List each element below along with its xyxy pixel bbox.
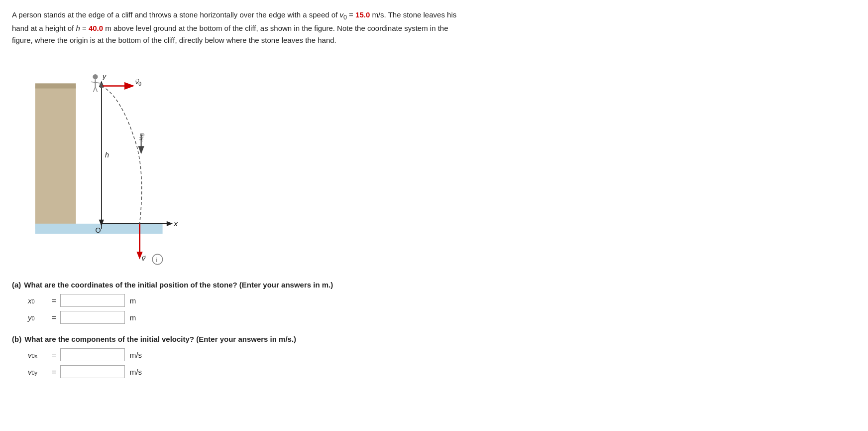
person-leg-right: [95, 87, 97, 92]
info-icon-circle[interactable]: [152, 254, 162, 264]
person-leg-left: [93, 87, 95, 92]
x0-eq: =: [52, 296, 56, 305]
v0y-row: v0y = m/s: [28, 365, 856, 378]
info-icon-label: i: [156, 257, 157, 264]
v0-value: 15.0: [355, 10, 370, 19]
origin-label: O: [95, 226, 101, 234]
x0-input[interactable]: [60, 294, 125, 307]
y0-var-label: y0: [28, 313, 49, 322]
v0-arrow-label: v⃗0: [134, 78, 141, 87]
part-a-label: (a) What are the coordinates of the init…: [12, 281, 856, 289]
x0-unit: m: [130, 296, 136, 305]
v0x-eq: =: [52, 351, 56, 359]
v0y-unit: m/s: [130, 368, 142, 376]
y0-row: y0 = m: [28, 311, 856, 324]
x0-row: x0 = m: [28, 294, 856, 307]
x0-var-label: x0: [28, 296, 49, 305]
part-b-block: (b) What are the components of the initi…: [12, 335, 856, 378]
v0-eq: =: [347, 10, 355, 19]
y0-eq: =: [52, 313, 56, 322]
y0-unit: m: [130, 313, 136, 322]
y0-input[interactable]: [60, 311, 125, 324]
v0y-eq: =: [52, 368, 56, 376]
part-b-question: What are the components of the initial v…: [24, 335, 296, 343]
part-b-letter: (b): [12, 335, 21, 343]
h-eq: =: [80, 24, 89, 32]
v0x-unit: m/s: [130, 351, 142, 359]
y-axis-label: y: [102, 72, 107, 80]
problem-text-part1: A person stands at the edge of a cliff a…: [12, 10, 339, 19]
person-arms: [91, 82, 101, 83]
v0y-input[interactable]: [60, 365, 125, 378]
v0x-row: v0x = m/s: [28, 348, 856, 361]
part-b-label: (b) What are the components of the initi…: [12, 335, 856, 343]
figure-area: y x O h v⃗0: [12, 55, 856, 270]
person-head: [93, 74, 98, 79]
part-a-question: What are the coordinates of the initial …: [24, 281, 333, 289]
h-label: h: [105, 151, 109, 159]
h-value: 40.0: [89, 24, 103, 32]
cliff-body: [35, 86, 76, 229]
h-var: h: [76, 24, 80, 32]
part-a-block: (a) What are the coordinates of the init…: [12, 281, 856, 324]
x-axis-arrow: [167, 221, 173, 226]
v0x-input[interactable]: [60, 348, 125, 361]
v0y-var-label: v0y: [28, 368, 49, 376]
questions-area: (a) What are the coordinates of the init…: [12, 281, 856, 378]
part-a-letter: (a): [12, 281, 21, 289]
problem-text: A person stands at the edge of a cliff a…: [12, 9, 460, 46]
cliff-top: [35, 83, 76, 88]
physics-figure: y x O h v⃗0: [12, 55, 201, 270]
half-g-label: -½g: [139, 133, 144, 142]
v0x-var-label: v0x: [28, 351, 49, 359]
v-final-label: v⃗: [141, 255, 146, 262]
v0-var: v0: [339, 10, 346, 19]
x-axis-label: x: [173, 219, 178, 228]
